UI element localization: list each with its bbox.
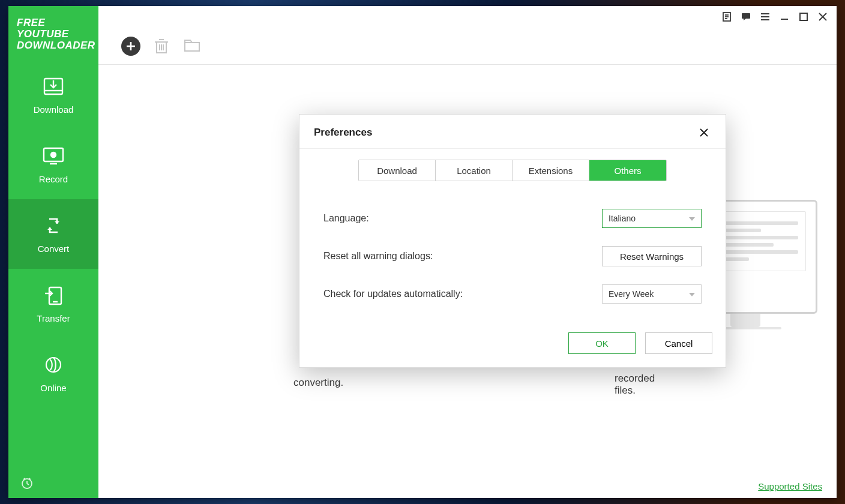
language-select[interactable]: Italiano bbox=[602, 209, 702, 228]
supported-sites-link[interactable]: Supported Sites bbox=[758, 481, 822, 492]
check-updates-select[interactable]: Every Week bbox=[602, 284, 702, 304]
ok-button[interactable]: OK bbox=[568, 332, 636, 354]
preferences-dialog: Preferences Download Location Extensions… bbox=[299, 114, 726, 368]
toolbar bbox=[98, 28, 837, 65]
sidebar-item-download[interactable]: Download bbox=[8, 60, 98, 130]
svg-marker-20 bbox=[744, 19, 746, 20]
minimize-button[interactable] bbox=[779, 11, 790, 22]
check-updates-value: Every Week bbox=[609, 289, 654, 299]
folder-icon[interactable] bbox=[184, 38, 200, 55]
tab-download[interactable]: Download bbox=[359, 160, 436, 181]
dialog-tabs: Download Location Extensions Others bbox=[299, 149, 726, 185]
dialog-close-button[interactable] bbox=[697, 125, 711, 140]
sidebar-item-transfer[interactable]: Transfer bbox=[8, 269, 98, 338]
svg-line-12 bbox=[27, 484, 29, 485]
add-button[interactable] bbox=[121, 37, 140, 56]
cancel-button[interactable]: Cancel bbox=[645, 332, 712, 354]
sidebar-item-label: Download bbox=[34, 104, 74, 115]
svg-rect-19 bbox=[742, 13, 750, 19]
globe-icon bbox=[43, 354, 64, 376]
close-button[interactable] bbox=[817, 11, 828, 22]
chat-icon[interactable] bbox=[741, 11, 751, 22]
language-label: Language: bbox=[323, 213, 369, 224]
dialog-body: Language: Italiano Reset all warning dia… bbox=[299, 185, 726, 325]
svg-rect-25 bbox=[800, 13, 807, 20]
language-value: Italiano bbox=[609, 214, 636, 223]
sidebar-nav: Download Record bbox=[8, 60, 98, 408]
svg-point-9 bbox=[46, 358, 61, 372]
menu-icon[interactable] bbox=[760, 11, 771, 22]
sidebar-item-convert[interactable]: Convert bbox=[8, 199, 98, 269]
sidebar-footer bbox=[8, 468, 98, 498]
notes-icon[interactable] bbox=[721, 11, 732, 22]
maximize-button[interactable] bbox=[798, 11, 809, 22]
check-updates-label: Check for updates automatically: bbox=[323, 289, 463, 299]
download-icon bbox=[43, 76, 64, 97]
tab-location[interactable]: Location bbox=[436, 160, 513, 181]
svg-point-4 bbox=[51, 152, 56, 157]
sidebar-item-record[interactable]: Record bbox=[8, 130, 98, 199]
tab-others[interactable]: Others bbox=[589, 160, 666, 181]
dialog-title: Preferences bbox=[314, 127, 372, 139]
app-logo: FREE YOUTUBE DOWNLOADER bbox=[8, 6, 98, 60]
dialog-header: Preferences bbox=[299, 115, 726, 149]
tab-extensions[interactable]: Extensions bbox=[513, 160, 589, 181]
sidebar-item-online[interactable]: Online bbox=[8, 338, 98, 408]
empty-state-caption-partial: converting. recorded files. bbox=[293, 377, 343, 389]
clock-icon[interactable] bbox=[20, 476, 34, 490]
reset-warnings-label: Reset all warning dialogs: bbox=[323, 251, 433, 262]
sidebar-item-label: Record bbox=[39, 174, 68, 184]
app-window: FREE YOUTUBE DOWNLOADER Download bbox=[8, 6, 837, 498]
record-icon bbox=[43, 145, 64, 167]
main-area: converting. recorded files. Supported Si… bbox=[98, 6, 837, 498]
dialog-footer: OK Cancel bbox=[299, 325, 726, 367]
app-title-line1: FREE YOUTUBE bbox=[17, 17, 90, 40]
app-title-line2: DOWNLOADER bbox=[17, 40, 90, 51]
desktop-backdrop: FREE YOUTUBE DOWNLOADER Download bbox=[0, 0, 845, 504]
trash-icon[interactable] bbox=[154, 38, 170, 55]
transfer-icon bbox=[43, 284, 64, 306]
sidebar-item-label: Online bbox=[40, 383, 66, 393]
sidebar-item-label: Convert bbox=[38, 244, 70, 254]
sidebar-item-label: Transfer bbox=[37, 313, 70, 323]
convert-icon bbox=[43, 215, 64, 236]
sidebar: FREE YOUTUBE DOWNLOADER Download bbox=[8, 6, 98, 498]
titlebar bbox=[98, 6, 837, 28]
reset-warnings-button[interactable]: Reset Warnings bbox=[602, 246, 702, 266]
